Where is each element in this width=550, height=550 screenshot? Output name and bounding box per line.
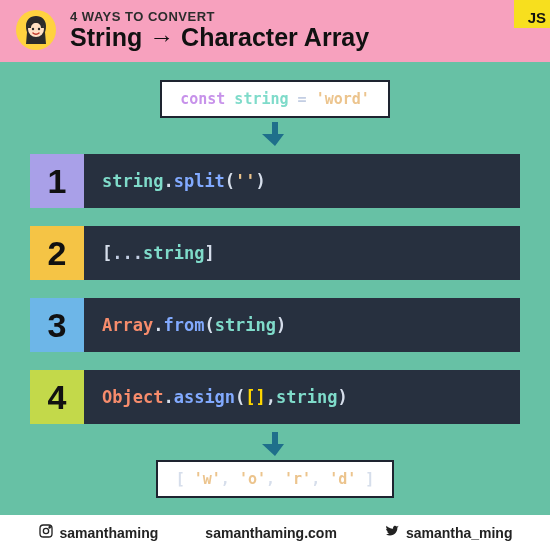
author-avatar: [16, 10, 56, 50]
arrow-down-icon: [261, 430, 289, 458]
twitter-handle: samantha_ming: [384, 523, 513, 542]
method-number: 2: [30, 226, 84, 280]
method-code: string.split(''): [84, 154, 520, 208]
header-eyebrow: 4 WAYS TO CONVERT: [70, 10, 369, 24]
method-row-4: 4Object.assign([], string): [30, 370, 520, 424]
method-row-2: 2[...string]: [30, 226, 520, 280]
method-code: [...string]: [84, 226, 520, 280]
svg-point-2: [38, 28, 40, 30]
method-code: Object.assign([], string): [84, 370, 520, 424]
svg-point-5: [49, 527, 50, 528]
input-code: const string = 'word': [160, 80, 390, 118]
footer-bar: samanthaming samanthaming.com samantha_m…: [0, 515, 550, 550]
methods-list: 1string.split('')2[...string]3Array.from…: [30, 154, 520, 424]
instagram-text: samanthaming: [60, 525, 159, 541]
header-title: String → Character Array: [70, 24, 369, 50]
twitter-icon: [384, 523, 400, 542]
method-row-1: 1string.split(''): [30, 154, 520, 208]
website-link: samanthaming.com: [205, 525, 336, 541]
method-number: 3: [30, 298, 84, 352]
method-row-3: 3Array.from(string): [30, 298, 520, 352]
svg-point-1: [32, 28, 34, 30]
output-code: [ 'w', 'o', 'r', 'd' ]: [156, 460, 395, 498]
method-number: 4: [30, 370, 84, 424]
method-code: Array.from(string): [84, 298, 520, 352]
js-badge: JS: [514, 0, 550, 28]
header-bar: 4 WAYS TO CONVERT String → Character Arr…: [0, 0, 550, 62]
instagram-icon: [38, 523, 54, 542]
method-number: 1: [30, 154, 84, 208]
instagram-handle: samanthaming: [38, 523, 159, 542]
twitter-text: samantha_ming: [406, 525, 513, 541]
arrow-down-icon: [261, 120, 289, 148]
main-content: const string = 'word' 1string.split('')2…: [0, 62, 550, 515]
svg-point-4: [43, 528, 48, 533]
